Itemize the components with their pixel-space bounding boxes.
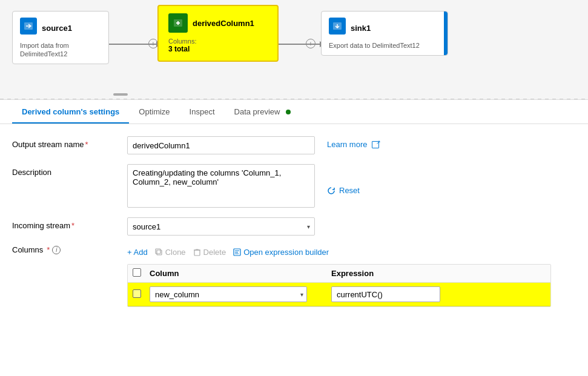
columns-table: Column Expression ▾ bbox=[127, 264, 551, 307]
source-subtitle2: DelimitedText12 bbox=[20, 50, 67, 58]
columns-row: Columns * i + Add bbox=[12, 245, 576, 307]
column-dropdown-chevron: ▾ bbox=[300, 291, 303, 298]
row-checkbox[interactable] bbox=[133, 289, 141, 298]
incoming-stream-label: Incoming stream* bbox=[12, 217, 115, 230]
sink-node[interactable]: sink1 Export data to DelimitedText12 bbox=[321, 11, 448, 56]
derived-icon bbox=[168, 13, 188, 33]
description-row: Description Creating/updating the column… bbox=[12, 164, 576, 208]
source-subtitle1: Import data from bbox=[20, 42, 69, 49]
expression-builder-icon bbox=[233, 248, 241, 256]
sink-sidebar bbox=[444, 12, 448, 55]
tab-derived-settings[interactable]: Derived column's settings bbox=[12, 101, 129, 124]
settings-content: Output stream name* Learn more Descripti… bbox=[0, 124, 588, 376]
table-header: Column Expression bbox=[128, 265, 550, 283]
tabs-bar: Derived column's settings Optimize Inspe… bbox=[0, 100, 588, 124]
sink-title: sink1 bbox=[351, 24, 371, 33]
open-expression-builder-button[interactable]: Open expression builder bbox=[233, 245, 336, 259]
tab-data-preview[interactable]: Data preview bbox=[225, 101, 301, 124]
delete-icon bbox=[193, 248, 201, 256]
column-name-input[interactable] bbox=[150, 286, 307, 302]
clone-icon bbox=[155, 248, 163, 256]
incoming-stream-select[interactable]: source1 bbox=[127, 217, 315, 236]
table-row: ▾ bbox=[128, 283, 550, 306]
delete-button[interactable]: Delete bbox=[193, 245, 234, 259]
column-header: Column bbox=[150, 269, 331, 278]
bottom-panel: Derived column's settings Optimize Inspe… bbox=[0, 100, 588, 376]
expression-header: Expression bbox=[331, 269, 546, 278]
svg-rect-3 bbox=[157, 250, 162, 255]
data-preview-dot bbox=[286, 110, 291, 114]
columns-label-cell: Columns * i bbox=[12, 245, 115, 260]
columns-label: Columns bbox=[12, 245, 43, 254]
output-stream-label: Output stream name* bbox=[12, 136, 115, 149]
incoming-stream-row: Incoming stream* source1 ▾ bbox=[12, 217, 576, 236]
derived-columns-label: Columns: bbox=[168, 38, 196, 45]
derived-node[interactable]: derivedColumn1 Columns: 3 total bbox=[157, 5, 279, 62]
reset-button[interactable]: Reset bbox=[327, 164, 360, 195]
sink-subtitle: Export data to DelimitedText12 bbox=[329, 42, 420, 49]
add-button[interactable]: + Add bbox=[127, 245, 155, 259]
svg-rect-4 bbox=[156, 249, 160, 254]
source-icon bbox=[20, 18, 37, 35]
description-label: Description bbox=[12, 164, 115, 177]
clone-button[interactable]: Clone bbox=[155, 245, 193, 259]
action-toolbar: + Add Clone bbox=[127, 245, 551, 259]
learn-more-link[interactable]: Learn more bbox=[327, 136, 379, 149]
external-link-icon bbox=[372, 141, 379, 148]
reset-icon bbox=[327, 186, 335, 195]
arrow-1 bbox=[109, 44, 157, 45]
header-checkbox[interactable] bbox=[133, 268, 141, 277]
info-icon: i bbox=[52, 246, 61, 254]
arrow-2 bbox=[279, 44, 321, 45]
sink-icon bbox=[329, 18, 346, 35]
derived-columns-value: 3 total bbox=[168, 45, 190, 53]
svg-rect-5 bbox=[194, 250, 200, 256]
description-textarea[interactable]: Creating/updating the columns 'Column_1,… bbox=[127, 164, 315, 208]
tab-inspect[interactable]: Inspect bbox=[180, 101, 225, 124]
source-node[interactable]: source1 Import data from DelimitedText12 bbox=[12, 11, 109, 64]
incoming-stream-select-wrapper: source1 ▾ bbox=[127, 217, 315, 236]
output-stream-row: Output stream name* Learn more bbox=[12, 136, 576, 154]
source-title: source1 bbox=[42, 24, 72, 33]
output-stream-input[interactable] bbox=[127, 136, 315, 154]
derived-title: derivedColumn1 bbox=[193, 19, 254, 28]
expression-input[interactable] bbox=[331, 286, 440, 302]
columns-content: + Add Clone bbox=[127, 245, 551, 307]
tab-optimize[interactable]: Optimize bbox=[129, 101, 179, 124]
canvas-bottom-line bbox=[0, 99, 588, 99]
collapse-handle[interactable] bbox=[113, 93, 128, 96]
canvas-area: source1 Import data from DelimitedText12… bbox=[0, 0, 588, 100]
